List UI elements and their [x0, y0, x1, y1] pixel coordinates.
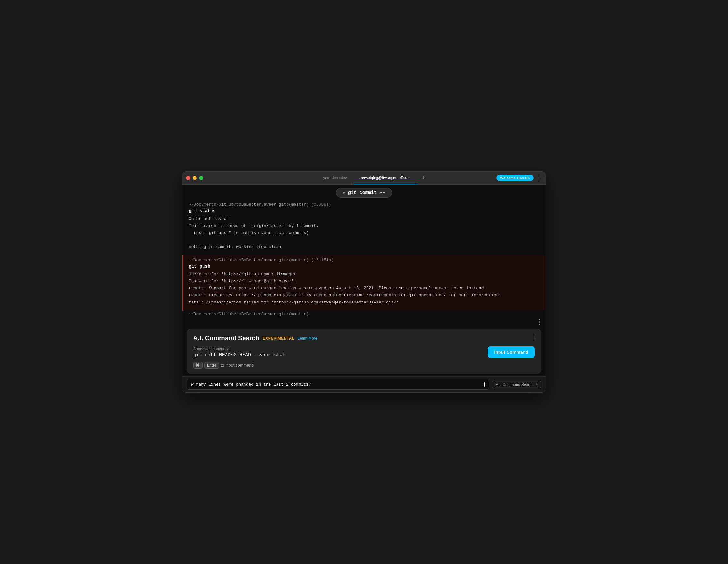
cursor	[484, 382, 485, 387]
output-1: On branch master Your branch is ahead of…	[189, 215, 539, 251]
bottom-bar: w many lines were changed in the last 2 …	[182, 376, 546, 392]
output-2: Username for 'https://github.com': itwan…	[189, 271, 539, 306]
tab-yarn-docs[interactable]: yarn docs:dev	[317, 171, 353, 184]
ai-panel-more-button[interactable]: ⋮	[531, 333, 537, 340]
ai-panel-title: A.I. Command Search	[193, 335, 260, 342]
command-2: git push	[189, 264, 539, 269]
traffic-lights	[186, 176, 203, 180]
learn-more-link[interactable]: Learn More	[298, 336, 317, 341]
dot-1	[539, 319, 540, 320]
tab-bar: yarn docs:dev maweiqing@itwanger:~/Docum…	[203, 171, 542, 184]
path-2: ~/Documents/GitHub/toBeBetterJavaer git:…	[189, 258, 539, 262]
welcome-tips-button[interactable]: Welcome Tips 1/5	[496, 175, 534, 181]
titlebar-more-button[interactable]: ⋮	[536, 174, 542, 181]
close-button[interactable]	[186, 176, 190, 180]
tab-maweiqing[interactable]: maweiqing@itwanger:~/Docum	[353, 171, 418, 184]
ai-search-badge-label: A.I. Command Search	[496, 382, 534, 387]
suggested-command-text: git diff HEAD~2 HEAD --shortstat	[193, 353, 285, 358]
command-pill: ⇡ git commit --	[336, 188, 392, 198]
titlebar: yarn docs:dev maweiqing@itwanger:~/Docum…	[182, 172, 546, 185]
experimental-badge: EXPERIMENTAL	[263, 336, 294, 341]
dot-2	[539, 321, 540, 323]
ai-search-badge[interactable]: A.I. Command Search ∧	[492, 381, 541, 388]
search-input-area[interactable]: w many lines were changed in the last 2 …	[187, 379, 489, 390]
minimize-button[interactable]	[193, 176, 197, 180]
terminal-dots-area	[182, 317, 546, 326]
kbd-enter: Enter	[204, 362, 219, 369]
terminal-section-2: ~/Documents/GitHub/toBeBetterJavaer git:…	[182, 255, 546, 311]
input-command-button[interactable]: Input Command	[488, 346, 535, 358]
partial-path-text: ~/Documents/GitHub/toBeBetterJavaer git:…	[189, 312, 309, 317]
shortcut-hint: ⌘ Enter to input command	[193, 362, 535, 369]
ai-panel-header: A.I. Command Search EXPERIMENTAL Learn M…	[193, 335, 535, 342]
terminal-section-1: ~/Documents/GitHub/toBeBetterJavaer git:…	[182, 200, 546, 255]
partial-line: ~/Documents/GitHub/toBeBetterJavaer git:…	[182, 311, 546, 317]
suggested-row: Suggested command: git diff HEAD~2 HEAD …	[193, 346, 535, 358]
terminal-more-menu[interactable]	[537, 318, 541, 326]
command-1: git status	[189, 208, 539, 213]
terminal-window: yarn docs:dev maweiqing@itwanger:~/Docum…	[182, 171, 546, 393]
add-tab-button[interactable]: +	[419, 173, 428, 183]
kbd-command: ⌘	[193, 362, 203, 369]
search-input-text: w many lines were changed in the last 2 …	[191, 382, 484, 387]
terminal-body: ⇡ git commit -- ~/Documents/GitHub/toBeB…	[182, 185, 546, 393]
dot-3	[539, 324, 540, 325]
chevron-up-icon: ∧	[535, 383, 538, 386]
suggested-label: Suggested command:	[193, 347, 285, 351]
pill-command-text: git commit --	[348, 190, 385, 195]
ai-command-panel: A.I. Command Search EXPERIMENTAL Learn M…	[187, 329, 541, 374]
tab-yarn-label: yarn docs:dev	[323, 176, 347, 180]
pill-arrow-icon: ⇡	[343, 190, 345, 195]
maximize-button[interactable]	[199, 176, 203, 180]
titlebar-right: Welcome Tips 1/5 ⋮	[496, 174, 542, 181]
shortcut-text: to input command	[221, 363, 254, 368]
command-pill-area: ⇡ git commit --	[182, 185, 546, 200]
tab-maweiqing-label: maweiqing@itwanger:~/Docum	[360, 176, 411, 180]
path-1: ~/Documents/GitHub/toBeBetterJavaer git:…	[189, 202, 539, 207]
suggested-left: Suggested command: git diff HEAD~2 HEAD …	[193, 347, 285, 358]
